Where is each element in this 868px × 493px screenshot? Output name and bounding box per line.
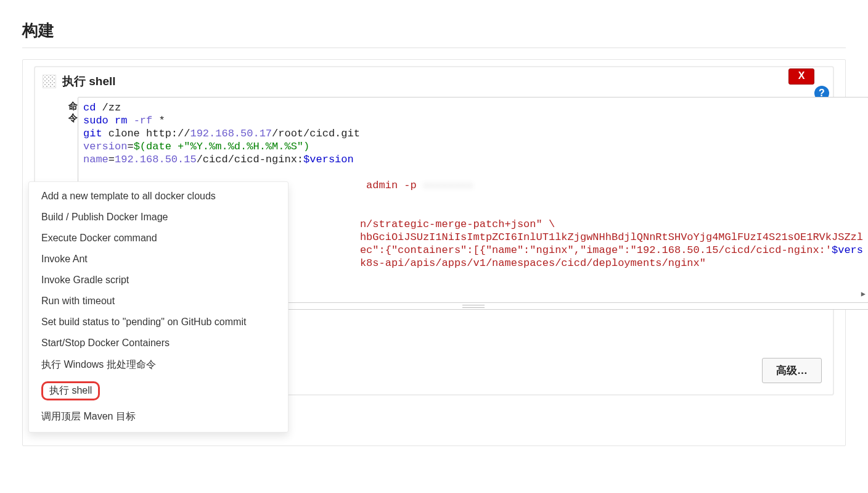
code-token: = xyxy=(127,141,133,152)
section-divider xyxy=(22,48,846,48)
drag-handle-icon[interactable] xyxy=(43,75,56,88)
code-token: $version xyxy=(303,154,354,165)
advanced-button[interactable]: 高级… xyxy=(762,358,822,383)
code-token: 192.168.50.17 xyxy=(190,128,272,139)
dropdown-item-highlighted[interactable]: 执行 shell xyxy=(41,381,100,400)
code-token: sudo rm xyxy=(83,115,134,126)
code-token: cd xyxy=(83,102,102,114)
step-header: 执行 shell xyxy=(43,73,825,89)
step-title: 执行 shell xyxy=(62,73,116,89)
dropdown-item[interactable]: Build / Publish Docker Image xyxy=(29,207,288,228)
command-label: 命令 xyxy=(68,97,78,124)
code-token: = xyxy=(108,154,115,165)
code-token: n/strategic-merge-patch+json" \ xyxy=(360,218,555,230)
code-token: ········ xyxy=(423,180,473,191)
code-token: admin -p xyxy=(366,180,423,191)
dropdown-item[interactable]: Invoke Ant xyxy=(29,249,288,270)
code-token: $vers xyxy=(832,244,863,256)
code-token: version xyxy=(83,141,127,152)
code-token: git xyxy=(83,128,108,139)
code-token: name xyxy=(83,154,108,165)
dropdown-item[interactable]: 执行 Windows 批处理命令 xyxy=(29,354,288,376)
code-token: 192.168.50.15 xyxy=(115,154,197,165)
dropdown-item[interactable]: Execute Docker command xyxy=(29,228,288,249)
page-root: 构建 X ? 执行 shell 命令 cd /zz sudo rm -rf * … xyxy=(0,0,868,493)
dropdown-item[interactable]: 执行 shell xyxy=(29,376,288,405)
code-token: clone http:// xyxy=(108,128,190,139)
code-token: /root/cicd.git xyxy=(272,128,360,139)
add-step-dropdown[interactable]: Add a new template to all docker cloudsB… xyxy=(28,181,289,433)
code-token: hbGciOiJSUzI1NiIsImtpZCI6InlUT1lkZjgwNHh… xyxy=(360,231,863,243)
code-token: /cicd/cicd-nginx: xyxy=(197,154,303,165)
dropdown-item[interactable]: Run with timeout xyxy=(29,291,288,312)
section-title: 构建 xyxy=(22,20,846,41)
code-token: -rf xyxy=(134,115,159,126)
code-token: $(date +"%Y.%m.%d.%H.%M.%S") xyxy=(134,141,310,152)
code-token: ec":{"containers":[{"name":"nginx","imag… xyxy=(360,244,832,256)
dropdown-item[interactable]: Invoke Gradle script xyxy=(29,270,288,291)
dropdown-item[interactable]: 调用顶层 Maven 目标 xyxy=(29,405,288,428)
dropdown-item[interactable]: Start/Stop Docker Containers xyxy=(29,333,288,354)
dropdown-item[interactable]: Add a new template to all docker clouds xyxy=(29,186,288,207)
scroll-right-icon[interactable]: ▶ xyxy=(861,288,866,301)
code-token: /zz xyxy=(102,102,121,114)
code-token: * xyxy=(158,115,165,126)
delete-step-button[interactable]: X xyxy=(788,68,814,85)
dropdown-item[interactable]: Set build status to "pending" on GitHub … xyxy=(29,312,288,333)
code-token: k8s-api/apis/apps/v1/namespaces/cicd/dep… xyxy=(360,257,706,269)
